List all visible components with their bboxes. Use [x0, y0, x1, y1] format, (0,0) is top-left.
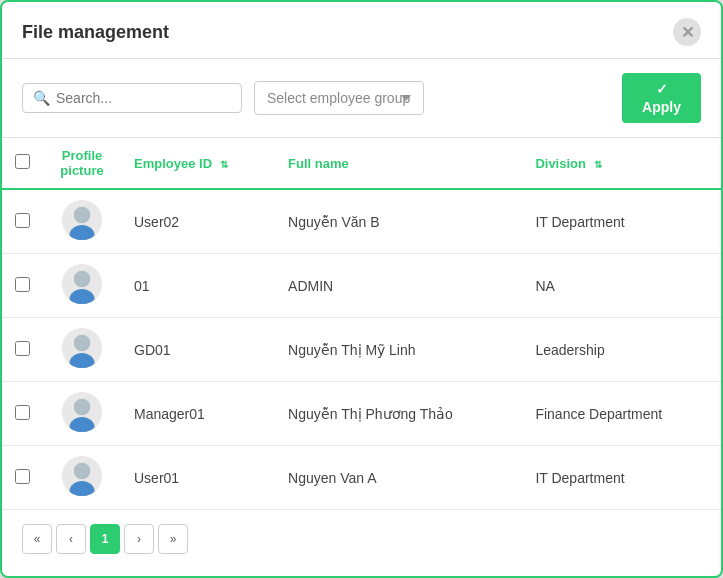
row-checkbox-cell: [2, 189, 42, 254]
full-name-cell: Nguyễn Văn B: [276, 189, 523, 254]
avatar: [62, 456, 102, 496]
employee-id-cell: User02: [122, 189, 276, 254]
avatar-cell: [42, 254, 122, 318]
employee-id-cell: GD01: [122, 318, 276, 382]
svg-point-21: [74, 399, 90, 415]
division-cell: IT Department: [523, 446, 721, 510]
header-checkbox-col: [2, 138, 42, 190]
employee-id-cell: User01: [122, 446, 276, 510]
select-all-checkbox[interactable]: [15, 154, 30, 169]
search-icon: 🔍: [33, 90, 50, 106]
division-cell: IT Department: [523, 189, 721, 254]
table-header: Profile picture Employee ID ⇅ Full name …: [2, 138, 721, 190]
pagination: « ‹ 1 › »: [2, 510, 721, 568]
table-body: User02Nguyễn Văn BIT Department 01ADMINN…: [2, 189, 721, 510]
full-name-cell: Nguyễn Thị Mỹ Linh: [276, 318, 523, 382]
row-checkbox[interactable]: [15, 469, 30, 484]
svg-point-15: [74, 335, 90, 351]
division-cell: Leadership: [523, 318, 721, 382]
search-box: 🔍: [22, 83, 242, 113]
avatar: [62, 200, 102, 240]
table-row: Manager01Nguyễn Thị Phương ThảoFinance D…: [2, 382, 721, 446]
full-name-cell: Nguyen Van A: [276, 446, 523, 510]
file-management-modal: File management ✕ 🔍 Select employee grou…: [0, 0, 723, 578]
row-checkbox[interactable]: [15, 277, 30, 292]
avatar-cell: [42, 382, 122, 446]
apply-button[interactable]: ✓ Apply: [622, 73, 701, 123]
header-employee-id[interactable]: Employee ID ⇅: [122, 138, 276, 190]
row-checkbox-cell: [2, 318, 42, 382]
table-row: 01ADMINNA: [2, 254, 721, 318]
avatar-cell: [42, 446, 122, 510]
table-row: User01Nguyen Van AIT Department: [2, 446, 721, 510]
row-checkbox[interactable]: [15, 341, 30, 356]
employee-id-cell: 01: [122, 254, 276, 318]
full-name-cell: Nguyễn Thị Phương Thảo: [276, 382, 523, 446]
svg-point-27: [74, 463, 90, 479]
modal-title: File management: [22, 22, 169, 43]
sort-icon-employee-id: ⇅: [220, 159, 228, 170]
svg-point-3: [74, 207, 90, 223]
page-current-button[interactable]: 1: [90, 524, 120, 554]
table-row: GD01Nguyễn Thị Mỹ LinhLeadership: [2, 318, 721, 382]
group-select-wrapper: Select employee group: [254, 81, 610, 115]
employee-id-cell: Manager01: [122, 382, 276, 446]
row-checkbox[interactable]: [15, 405, 30, 420]
toolbar: 🔍 Select employee group ✓ Apply: [2, 59, 721, 137]
apply-check-icon: ✓: [656, 81, 668, 97]
employees-table: Profile picture Employee ID ⇅ Full name …: [2, 137, 721, 510]
apply-label: Apply: [642, 99, 681, 115]
svg-point-9: [74, 271, 90, 287]
division-cell: Finance Department: [523, 382, 721, 446]
avatar: [62, 392, 102, 432]
avatar: [62, 328, 102, 368]
row-checkbox-cell: [2, 446, 42, 510]
page-next-button[interactable]: ›: [124, 524, 154, 554]
modal-header: File management ✕: [2, 2, 721, 59]
page-last-button[interactable]: »: [158, 524, 188, 554]
division-cell: NA: [523, 254, 721, 318]
search-input[interactable]: [56, 90, 231, 106]
row-checkbox-cell: [2, 254, 42, 318]
table-row: User02Nguyễn Văn BIT Department: [2, 189, 721, 254]
header-full-name: Full name: [276, 138, 523, 190]
header-division[interactable]: Division ⇅: [523, 138, 721, 190]
close-button[interactable]: ✕: [673, 18, 701, 46]
avatar: [62, 264, 102, 304]
group-select[interactable]: Select employee group: [254, 81, 424, 115]
page-first-button[interactable]: «: [22, 524, 52, 554]
row-checkbox-cell: [2, 382, 42, 446]
header-profile-picture: Profile picture: [42, 138, 122, 190]
avatar-cell: [42, 318, 122, 382]
page-prev-button[interactable]: ‹: [56, 524, 86, 554]
full-name-cell: ADMIN: [276, 254, 523, 318]
avatar-cell: [42, 189, 122, 254]
sort-icon-division: ⇅: [594, 159, 602, 170]
row-checkbox[interactable]: [15, 213, 30, 228]
